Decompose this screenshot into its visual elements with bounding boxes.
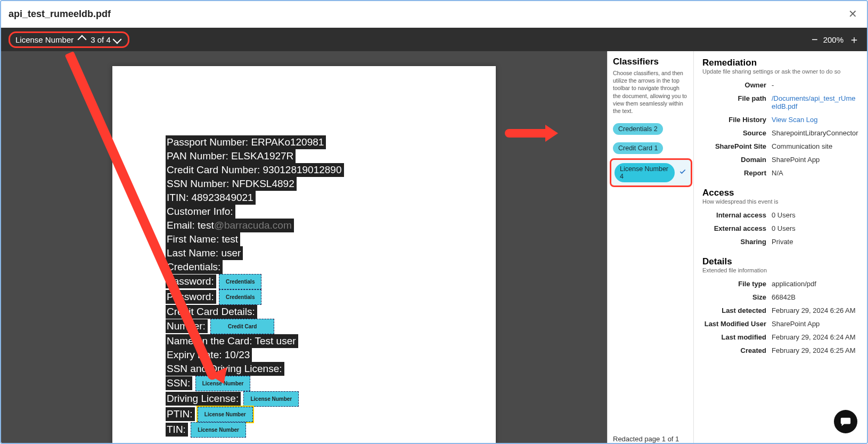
zoom-in-button[interactable]: ＋ bbox=[849, 34, 859, 45]
match-count: 3 of 4 bbox=[91, 35, 111, 44]
document-page: Passport Number: ERPAKo120981 PAN Number… bbox=[112, 66, 496, 444]
doc-text: SSN: bbox=[166, 376, 192, 390]
kv-row: SharingPrivate bbox=[702, 238, 858, 246]
kv-value: Private bbox=[772, 238, 858, 246]
kv-value: 66842B bbox=[772, 293, 858, 301]
titlebar: api_test_rumeeIdb.pdf ✕ bbox=[1, 1, 867, 28]
kv-row: SourceSharepointLibraryConnector bbox=[702, 129, 858, 137]
kv-value: - bbox=[772, 81, 858, 89]
doc-text: Email: test@barracuda.com bbox=[166, 219, 294, 232]
kv-row: External access0 Users bbox=[702, 224, 858, 232]
doc-text: Driving License: bbox=[166, 392, 241, 406]
details-sub: Extended file information bbox=[702, 267, 858, 273]
window-title: api_test_rumeeIdb.pdf bbox=[9, 9, 111, 20]
doc-text: PAN Number: ELSKA1927R bbox=[166, 149, 296, 163]
zoom-out-button[interactable]: − bbox=[812, 34, 818, 45]
kv-key: SharePoint Site bbox=[702, 142, 772, 150]
classifier-pill-selected[interactable]: License Number 4 bbox=[615, 163, 675, 182]
kv-row: Last Modified UserSharePoint App bbox=[702, 320, 858, 328]
classifier-pill[interactable]: Credentials 2 bbox=[613, 123, 663, 135]
kv-row: Owner- bbox=[702, 81, 858, 89]
next-match-button[interactable] bbox=[112, 35, 121, 44]
redaction-pill[interactable]: Credit Card bbox=[210, 319, 274, 334]
annotation-arrow-icon bbox=[505, 129, 547, 138]
kv-row: Size66842B bbox=[702, 293, 858, 301]
viewer-toolbar: License Number 3 of 4 − 200% ＋ bbox=[1, 28, 867, 51]
doc-text: ITIN: 48923849021 bbox=[166, 191, 256, 205]
access-sub: How widespread this event is bbox=[702, 198, 858, 205]
redaction-pill[interactable]: Credentials bbox=[219, 274, 261, 289]
doc-text: Credentials: bbox=[166, 260, 223, 274]
kv-row: File HistoryView Scan Log bbox=[702, 116, 858, 124]
kv-value-link[interactable]: View Scan Log bbox=[772, 116, 858, 124]
kv-value: 0 Users bbox=[772, 211, 858, 219]
kv-key: Source bbox=[702, 129, 772, 137]
redaction-pill[interactable]: Credentials bbox=[219, 289, 261, 305]
doc-text: TIN: bbox=[166, 423, 188, 437]
kv-value: February 29, 2024 6:26 AM bbox=[772, 306, 858, 314]
annotation-arrowhead-icon bbox=[545, 125, 558, 142]
redaction-pill-selected[interactable]: License Number bbox=[198, 407, 253, 422]
kv-value: Communication site bbox=[772, 142, 858, 150]
kv-key: Domain bbox=[702, 156, 772, 164]
help-chat-button[interactable] bbox=[834, 410, 857, 433]
right-panels: Classifiers Choose classifiers, and then… bbox=[607, 51, 867, 444]
doc-text: Credit Card Number: 93012819012890 bbox=[166, 163, 344, 177]
kv-key: Owner bbox=[702, 81, 772, 89]
redaction-pill[interactable]: License Number bbox=[243, 391, 299, 407]
doc-text: Name on the Card: Test user bbox=[166, 334, 298, 348]
app-window: api_test_rumeeIdb.pdf ✕ License Number 3… bbox=[0, 0, 868, 444]
redacted-page-footer: Redacted page 1 of 1 bbox=[613, 431, 688, 443]
kv-value: application/pdf bbox=[772, 280, 858, 288]
close-icon[interactable]: ✕ bbox=[846, 5, 859, 22]
kv-key: Sharing bbox=[702, 238, 772, 246]
kv-row: File typeapplication/pdf bbox=[702, 280, 858, 288]
classifiers-hint: Choose classifiers, and then utilize the… bbox=[613, 69, 688, 115]
kv-row: Internal access0 Users bbox=[702, 211, 858, 219]
classifier-nav-group: License Number 3 of 4 bbox=[9, 31, 129, 48]
kv-key: Last modified bbox=[702, 333, 772, 341]
kv-key: Size bbox=[702, 293, 772, 301]
zoom-level: 200% bbox=[823, 35, 844, 44]
kv-value: February 29, 2024 6:25 AM bbox=[772, 346, 858, 354]
kv-value-link[interactable]: /Documents/api_test_rUmeeIdB.pdf bbox=[772, 94, 858, 110]
access-heading: Access bbox=[702, 188, 858, 198]
classifiers-panel: Classifiers Choose classifiers, and then… bbox=[607, 51, 693, 444]
kv-key: File History bbox=[702, 116, 772, 124]
kv-row: File path/Documents/api_test_rUmeeIdB.pd… bbox=[702, 94, 858, 110]
kv-key: Created bbox=[702, 346, 772, 354]
doc-text: Last Name: user bbox=[166, 246, 243, 260]
doc-text: First Name: test bbox=[166, 232, 240, 246]
kv-key: Internal access bbox=[702, 211, 772, 219]
remediation-heading: Remediation bbox=[702, 58, 858, 68]
active-classifier-label: License Number bbox=[15, 35, 73, 44]
kv-key: Last detected bbox=[702, 306, 772, 314]
kv-key: Report bbox=[702, 169, 772, 177]
checkmark-icon bbox=[679, 168, 686, 177]
classifier-pill[interactable]: Credit Card 1 bbox=[613, 142, 663, 154]
zoom-controls: − 200% ＋ bbox=[812, 34, 859, 45]
doc-text: SSN Number: NFDKSL4892 bbox=[166, 177, 297, 191]
kv-value: N/A bbox=[772, 169, 858, 177]
kv-row: SharePoint SiteCommunication site bbox=[702, 142, 858, 150]
kv-row: Last modifiedFebruary 29, 2024 6:24 AM bbox=[702, 333, 858, 341]
kv-value: 0 Users bbox=[772, 224, 858, 232]
remediation-sub: Update file sharing settings or ask the … bbox=[702, 68, 858, 75]
classifier-pill-selected-row[interactable]: License Number 4 bbox=[610, 158, 692, 187]
doc-text: PTIN: bbox=[166, 407, 195, 421]
kv-value: SharePoint App bbox=[772, 156, 858, 164]
doc-text: Passport Number: ERPAKo120981 bbox=[166, 135, 326, 149]
main-body: Passport Number: ERPAKo120981 PAN Number… bbox=[1, 51, 867, 444]
kv-row: DomainSharePoint App bbox=[702, 156, 858, 164]
kv-key: Last Modified User bbox=[702, 320, 772, 328]
doc-text: Customer Info: bbox=[166, 205, 235, 219]
kv-key: External access bbox=[702, 224, 772, 232]
kv-key: File path bbox=[702, 94, 772, 110]
kv-row: CreatedFebruary 29, 2024 6:25 AM bbox=[702, 346, 858, 354]
redaction-pill[interactable]: License Number bbox=[191, 422, 246, 438]
kv-row: Last detectedFebruary 29, 2024 6:26 AM bbox=[702, 306, 858, 314]
prev-match-button[interactable] bbox=[78, 35, 87, 44]
classifiers-heading: Classifiers bbox=[613, 56, 688, 67]
kv-key: File type bbox=[702, 280, 772, 288]
kv-row: ReportN/A bbox=[702, 169, 858, 177]
